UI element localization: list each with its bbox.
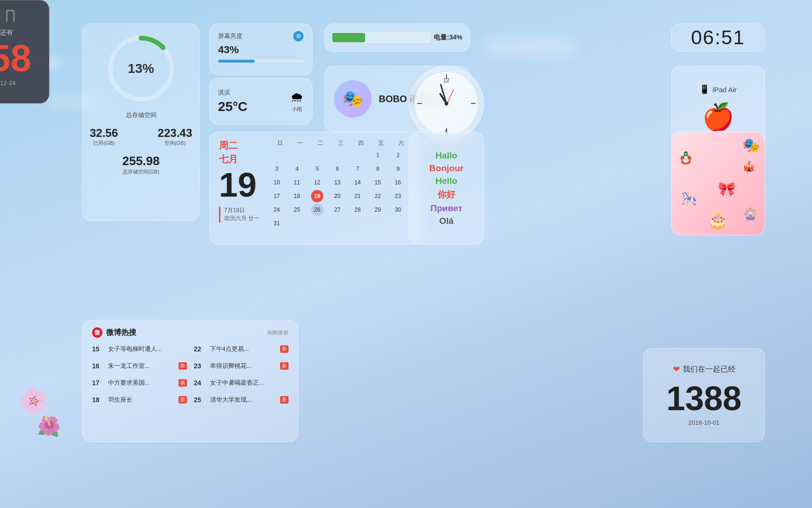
- calendar-left: 周二 七月 19 7月19日 农历六月 廿一: [219, 139, 261, 237]
- battery-fill: [332, 33, 365, 42]
- weibo-update-time: 刚刚更新: [268, 329, 289, 336]
- love-heart-icon: ❤: [673, 364, 680, 374]
- calendar-widget: 周二 七月 19 7月19日 农历六月 廿一 日 一 二 三 四 五 六 1 2: [209, 132, 421, 245]
- calendar-footer: 7月19日 农历六月 廿一: [219, 206, 261, 222]
- weibo-rank-17: 17: [92, 379, 103, 387]
- cal-cell-14: 14: [351, 176, 364, 189]
- love-title: 我们在一起已经: [683, 365, 735, 374]
- weibo-item-15: 15 女子等电梯时遭人...: [92, 345, 187, 353]
- cal-cell-20: 20: [331, 190, 344, 202]
- greeting-widget: Hallo Bonjour Hello 你好 Привет Olá: [409, 132, 484, 245]
- storage-total-gb-value: 255.98: [90, 154, 192, 168]
- greeting-hello: Hello: [436, 176, 457, 186]
- analog-clock-widget: 12 6: [409, 66, 484, 141]
- cal-cell-10: 10: [271, 176, 283, 189]
- cal-header-thu: 四: [351, 139, 370, 147]
- cal-cell-8: 8: [372, 163, 384, 175]
- cal-cell-29: 29: [372, 204, 384, 216]
- weibo-content-25: 清华大学发现...: [210, 396, 274, 404]
- gear-icon[interactable]: ⚙: [293, 31, 304, 41]
- weibo-item-24: 24 女子中暑喝藿香正...: [194, 379, 289, 387]
- weibo-item-25: 25 清华大学发现... 新: [194, 396, 289, 404]
- weibo-rank-15: 15: [92, 345, 103, 353]
- cal-cell-16: 16: [392, 176, 404, 189]
- cal-cell-22: 22: [372, 190, 384, 202]
- photo-widget: 🎭 🪆 🎪 🎠 🎡 🎀 🎂: [671, 132, 765, 235]
- calendar-month: 七月: [219, 153, 261, 166]
- cal-cell-3: 3: [271, 163, 283, 175]
- storage-free-label: 空闲(GB): [158, 140, 192, 147]
- storage-widget: 13% 总存储空间 32.56 已用(GB) 223.43 空闲(GB) 255…: [82, 24, 200, 221]
- love-since-date: 2018-10-01: [688, 419, 720, 426]
- cal-cell-5: 5: [311, 163, 323, 175]
- brightness-title: 屏幕亮度: [218, 32, 242, 40]
- weather-description: 小雨: [292, 106, 302, 113]
- storage-total-gb-label: 总存储空间(GB): [123, 168, 159, 175]
- cal-header-mon: 一: [291, 139, 310, 147]
- storage-total-label: 总存储空间: [126, 111, 156, 119]
- weibo-item-22: 22 下午4点更易... 新: [194, 345, 289, 353]
- brightness-header: 屏幕亮度 ⚙: [218, 31, 304, 41]
- weather-widget: 淇滨 25°C 🌧 小雨: [209, 78, 312, 125]
- weibo-item-18: 18 羽生座长 新: [92, 396, 187, 404]
- brightness-bar: [218, 60, 304, 63]
- weather-info: 淇滨 25°C: [218, 88, 248, 114]
- weibo-rank-25: 25: [194, 396, 205, 404]
- weibo-new-badge-17: 新: [179, 379, 187, 387]
- photo-placeholder: 🎭 🪆 🎪 🎠 🎡 🎀 🎂: [671, 132, 765, 235]
- weibo-content-16: 朱一龙工作室...: [108, 362, 172, 370]
- weibo-rank-16: 16: [92, 362, 103, 370]
- weibo-logo-icon: 微: [92, 327, 102, 338]
- cal-header-tue: 二: [311, 139, 330, 147]
- brightness-value: 43%: [218, 44, 304, 56]
- cal-cell-12: 12: [311, 176, 323, 189]
- love-days-count: 1388: [666, 381, 742, 415]
- calendar-date-cn: 7月19日: [224, 206, 261, 214]
- cal-cell-28: 28: [351, 204, 364, 216]
- cal-cell-26: 26: [311, 204, 323, 216]
- cal-cell-27: 27: [331, 204, 344, 216]
- storage-used-label: 已用(GB): [90, 140, 118, 147]
- cal-cell: [291, 149, 303, 161]
- clock-time: 06:51: [691, 26, 745, 49]
- weibo-rank-22: 22: [194, 345, 205, 353]
- device-avatar: 🎭: [334, 80, 372, 118]
- cal-cell-24: 24: [271, 204, 283, 216]
- cal-cell-31: 31: [271, 217, 283, 230]
- cal-cell-18: 18: [291, 190, 303, 202]
- weibo-new-badge-18: 新: [179, 396, 187, 404]
- cal-cell-19-today: 19: [311, 190, 323, 202]
- countdown-label: 考研还有: [0, 29, 13, 37]
- cal-cell-6: 6: [331, 163, 344, 175]
- weibo-new-badge-16: 新: [179, 362, 187, 370]
- weibo-new-badge-25: 新: [280, 396, 289, 404]
- storage-circle-progress: 13%: [106, 33, 176, 104]
- brightness-widget: 屏幕亮度 ⚙ 43%: [209, 24, 312, 75]
- cal-cell-25: 25: [291, 204, 303, 216]
- cal-cell-15: 15: [372, 176, 384, 189]
- cal-cell-30: 30: [392, 204, 404, 216]
- countdown-number: 158: [0, 40, 31, 77]
- weibo-content-24: 女子中暑喝藿香正...: [210, 379, 289, 387]
- weibo-content-22: 下午4点更易...: [210, 345, 274, 353]
- weibo-item-23: 23 幸得识卿桃花... 新: [194, 362, 289, 370]
- weibo-title: 微博热搜: [106, 328, 136, 338]
- storage-free-value: 223.43: [158, 127, 192, 140]
- cal-cell: [311, 149, 323, 161]
- weibo-item-17: 17 中方要求美国... 新: [92, 379, 187, 387]
- cal-cell: [271, 149, 283, 161]
- cal-cell-23: 23: [392, 190, 404, 202]
- cal-header-fri: 五: [371, 139, 390, 147]
- battery-label: 电量:34%: [434, 33, 462, 42]
- calendar-weekday: 周二: [219, 139, 261, 152]
- weibo-content-23: 幸得识卿桃花...: [210, 362, 274, 370]
- weibo-rank-24: 24: [194, 379, 205, 387]
- weibo-new-badge-23: 新: [280, 362, 289, 370]
- storage-used-free-row: 32.56 已用(GB) 223.43 空闲(GB): [90, 127, 192, 147]
- cal-cell-1: 1: [372, 149, 384, 161]
- weibo-content-17: 中方要求美国...: [108, 379, 172, 387]
- weibo-widget: 微 微博热搜 刚刚更新 15 女子等电梯时遭人... 22 下午4点更易... …: [82, 320, 298, 442]
- weather-location: 淇滨: [218, 88, 248, 97]
- cal-cell-17: 17: [271, 190, 283, 202]
- storage-free-item: 223.43 空闲(GB): [158, 127, 192, 147]
